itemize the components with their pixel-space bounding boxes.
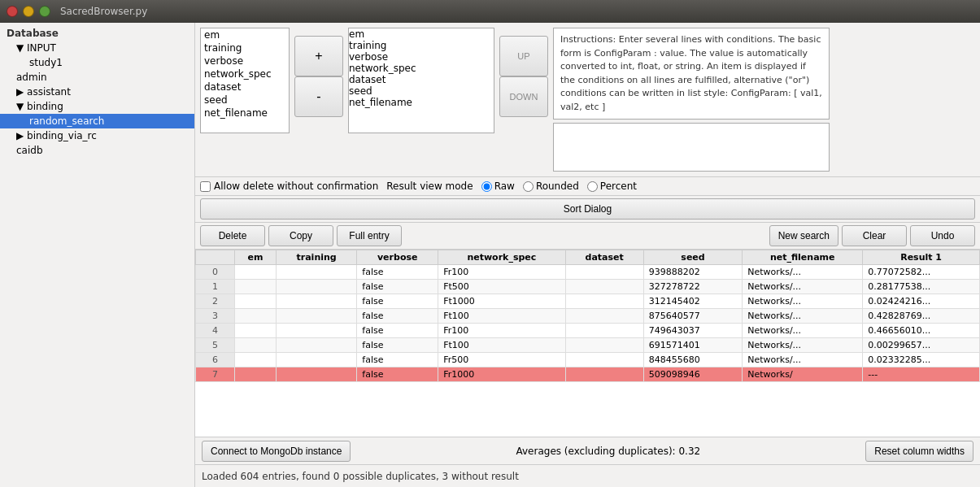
col-item-em[interactable]: em xyxy=(201,28,289,41)
search-col-seed[interactable]: seed xyxy=(349,85,494,97)
search-col-verbose[interactable]: verbose xyxy=(349,51,494,63)
table-col-training[interactable]: training xyxy=(276,250,356,265)
table-cell xyxy=(276,309,356,324)
sidebar-item-study1[interactable]: study1 xyxy=(0,55,194,70)
table-cell: Ft500 xyxy=(438,280,565,294)
table-col-em[interactable]: em xyxy=(234,250,276,265)
table-cell: 0.00299657... xyxy=(863,338,980,353)
allow-delete-checkbox[interactable] xyxy=(200,181,211,192)
table-col-result-1[interactable]: Result 1 xyxy=(863,250,980,265)
table-cell: false xyxy=(357,294,438,309)
reset-column-widths-button[interactable]: Reset column widths xyxy=(865,441,973,462)
controls-inner: em training verbose network_spec dataset… xyxy=(200,28,830,172)
sidebar-item-binding-via-rc[interactable]: ▶ binding_via_rc xyxy=(0,128,194,143)
table-row[interactable]: 1falseFt500327278722Networks/...0.281775… xyxy=(196,280,980,294)
table-cell: 5 xyxy=(196,338,235,353)
table-cell: false xyxy=(357,353,438,367)
rounded-radio-label[interactable]: Rounded xyxy=(523,180,579,192)
table-cell xyxy=(234,294,276,309)
search-col-net-filename[interactable]: net_filename xyxy=(349,97,494,108)
minus-button[interactable]: - xyxy=(294,76,343,117)
down-button[interactable]: DOWN xyxy=(499,76,548,117)
search-col-training[interactable]: training xyxy=(349,40,494,51)
allow-delete-label[interactable]: Allow delete without confirmation xyxy=(200,180,378,192)
maximize-button[interactable] xyxy=(39,6,50,17)
table-cell: 4 xyxy=(196,324,235,338)
table-cell: Networks/... xyxy=(743,280,863,294)
copy-button[interactable]: Copy xyxy=(268,225,333,246)
table-col-network_spec[interactable]: network_spec xyxy=(438,250,565,265)
delete-button[interactable]: Delete xyxy=(200,225,265,246)
sidebar-item-input[interactable]: ▼ INPUT xyxy=(0,41,194,55)
table-cell: --- xyxy=(863,367,980,382)
rounded-radio[interactable] xyxy=(523,181,534,192)
search-col-dataset[interactable]: dataset xyxy=(349,74,494,85)
table-cell: Networks/... xyxy=(743,353,863,367)
table-row[interactable]: 7falseFr1000509098946Networks/--- xyxy=(196,367,980,382)
undo-button[interactable]: Undo xyxy=(910,225,975,246)
minimize-button[interactable] xyxy=(23,6,34,17)
col-item-network-spec[interactable]: network_spec xyxy=(201,67,289,80)
table-cell xyxy=(565,324,643,338)
table-row[interactable]: 6falseFr500848455680Networks/...0.023322… xyxy=(196,353,980,367)
sidebar-item-random-search[interactable]: random_search xyxy=(0,114,194,128)
clear-button[interactable]: Clear xyxy=(842,225,907,246)
content-area: Database ▼ INPUT study1 admin ▶ assistan… xyxy=(0,23,980,487)
table-cell: Ft1000 xyxy=(438,294,565,309)
table-row[interactable]: 0falseFr100939888202Networks/...0.770725… xyxy=(196,265,980,280)
table-col-verbose[interactable]: verbose xyxy=(357,250,438,265)
sidebar-item-binding[interactable]: ▼ binding xyxy=(0,99,194,114)
table-row[interactable]: 3falseFt100875640577Networks/...0.428287… xyxy=(196,309,980,324)
table-col-net_filename[interactable]: net_filename xyxy=(743,250,863,265)
full-entry-button[interactable]: Full entry xyxy=(337,225,402,246)
search-col-network-spec[interactable]: network_spec xyxy=(349,63,494,74)
table-cell: 939888202 xyxy=(643,265,742,280)
connect-mongodb-button[interactable]: Connect to MongoDb instance xyxy=(202,441,351,462)
search-column-list[interactable]: em training verbose network_spec dataset… xyxy=(348,28,494,133)
table-cell xyxy=(234,324,276,338)
table-cell xyxy=(234,367,276,382)
col-item-verbose[interactable]: verbose xyxy=(201,54,289,67)
sort-dialog-button[interactable]: Sort Dialog xyxy=(200,198,975,220)
table-cell xyxy=(565,294,643,309)
raw-radio[interactable] xyxy=(481,181,492,192)
result-view-mode-label: Result view mode xyxy=(386,180,473,192)
col-item-seed[interactable]: seed xyxy=(201,93,289,107)
table-col-[interactable] xyxy=(196,250,235,265)
table-cell xyxy=(565,309,643,324)
table-cell xyxy=(276,353,356,367)
col-item-net-filename[interactable]: net_filename xyxy=(201,107,289,120)
action-row: Delete Copy Full entry New search Clear … xyxy=(195,223,980,250)
col-item-dataset[interactable]: dataset xyxy=(201,80,289,93)
column-list[interactable]: em training verbose network_spec dataset… xyxy=(200,28,290,133)
raw-radio-label[interactable]: Raw xyxy=(481,180,515,192)
table-cell: 312145402 xyxy=(643,294,742,309)
table-cell xyxy=(234,353,276,367)
plus-button[interactable]: + xyxy=(294,36,343,76)
search-col-em[interactable]: em xyxy=(349,28,494,40)
table-row[interactable]: 5falseFt100691571401Networks/...0.002996… xyxy=(196,338,980,353)
column-list-section: em training verbose network_spec dataset… xyxy=(200,28,290,133)
sidebar-item-assistant[interactable]: ▶ assistant xyxy=(0,85,194,99)
table-cell xyxy=(565,338,643,353)
table-cell: 7 xyxy=(196,367,235,382)
sidebar-item-admin[interactable]: admin xyxy=(0,70,194,85)
search-conditions-textarea[interactable] xyxy=(553,123,830,172)
table-row[interactable]: 2falseFt1000312145402Networks/...0.02424… xyxy=(196,294,980,309)
table-col-seed[interactable]: seed xyxy=(643,250,742,265)
results-table-container[interactable]: emtrainingverbosenetwork_specdatasetseed… xyxy=(195,250,980,437)
up-button[interactable]: UP xyxy=(499,36,548,76)
sidebar-item-caidb[interactable]: caidb xyxy=(0,143,194,158)
table-row[interactable]: 4falseFr100749643037Networks/...0.466560… xyxy=(196,324,980,338)
right-panel: em training verbose network_spec dataset… xyxy=(195,23,980,487)
titlebar: SacredBrowser.py xyxy=(0,0,980,23)
table-cell: false xyxy=(357,309,438,324)
table-col-dataset[interactable]: dataset xyxy=(565,250,643,265)
table-cell: Networks/... xyxy=(743,338,863,353)
percent-radio-label[interactable]: Percent xyxy=(587,180,637,192)
new-search-button[interactable]: New search xyxy=(769,225,838,246)
table-cell: 0 xyxy=(196,265,235,280)
col-item-training[interactable]: training xyxy=(201,41,289,54)
close-button[interactable] xyxy=(7,6,18,17)
percent-radio[interactable] xyxy=(587,181,598,192)
